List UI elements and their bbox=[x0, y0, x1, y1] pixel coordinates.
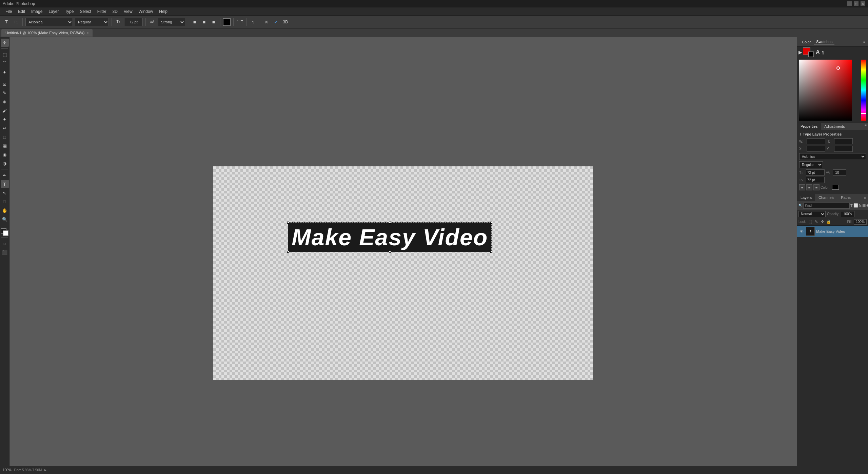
channels-tab[interactable]: Channels bbox=[815, 194, 837, 201]
handle-tl[interactable] bbox=[287, 222, 289, 224]
canvas-area[interactable]: Make Easy Video bbox=[9, 37, 797, 466]
lock-all-icon[interactable]: 🔒 bbox=[826, 220, 831, 224]
lock-image-icon[interactable]: ✎ bbox=[814, 220, 819, 224]
crop-tool[interactable]: ⊡ bbox=[1, 80, 9, 88]
maximize-button[interactable]: □ bbox=[854, 1, 859, 6]
align-left-props-btn[interactable]: ≡ bbox=[799, 184, 805, 190]
eraser-tool[interactable]: ◻ bbox=[1, 133, 9, 141]
align-left-button[interactable]: ■ bbox=[191, 18, 198, 26]
h-input[interactable] bbox=[834, 138, 853, 144]
marquee-tool[interactable]: ⬚ bbox=[1, 50, 9, 59]
background-color[interactable] bbox=[3, 230, 8, 236]
menu-3d[interactable]: 3D bbox=[110, 8, 120, 15]
text-layer-element[interactable]: Make Easy Video bbox=[288, 222, 492, 252]
align-right-button[interactable]: ■ bbox=[210, 18, 217, 26]
filter-by-pixel-btn[interactable]: ⬜ bbox=[853, 203, 858, 209]
font-size-input-props[interactable] bbox=[806, 169, 825, 176]
adjustments-tab[interactable]: Adjustments bbox=[821, 123, 848, 130]
hand-tool[interactable]: ✋ bbox=[1, 206, 9, 214]
layer-visibility-toggle[interactable]: 👁 bbox=[799, 229, 805, 234]
tab-close-button[interactable]: × bbox=[87, 31, 89, 35]
menu-select[interactable]: Select bbox=[77, 8, 94, 15]
properties-collapse-btn[interactable]: ≡ bbox=[863, 123, 868, 130]
warp-text-button[interactable]: ⌒T bbox=[236, 18, 244, 26]
menu-filter[interactable]: Filter bbox=[95, 8, 109, 15]
canvas-text[interactable]: Make Easy Video bbox=[292, 224, 488, 250]
tracking-input[interactable] bbox=[833, 169, 846, 176]
blend-mode-select[interactable]: Normal bbox=[798, 211, 826, 217]
menu-type[interactable]: Type bbox=[62, 8, 76, 15]
clone-stamp-tool[interactable]: ✦ bbox=[1, 115, 9, 123]
font-style-select[interactable]: Regular bbox=[75, 18, 109, 26]
screen-mode[interactable]: ⬛ bbox=[1, 248, 9, 256]
blur-tool[interactable]: ◉ bbox=[1, 150, 9, 159]
font-family-select[interactable]: Aclonica bbox=[25, 18, 73, 26]
status-arrow[interactable]: ▶ bbox=[44, 469, 46, 472]
menu-file[interactable]: File bbox=[3, 8, 15, 15]
align-center-button[interactable]: ■ bbox=[200, 18, 208, 26]
menu-layer[interactable]: Layer bbox=[46, 8, 61, 15]
swatches-tab[interactable]: Swatches bbox=[814, 40, 834, 44]
menu-edit[interactable]: Edit bbox=[15, 8, 28, 15]
handle-tc[interactable] bbox=[389, 222, 391, 224]
eyedropper-tool[interactable]: ✎ bbox=[1, 89, 9, 97]
commit-button[interactable]: ✓ bbox=[272, 18, 280, 26]
filter-toggle-btn[interactable]: ◉ bbox=[866, 203, 868, 209]
y-input[interactable] bbox=[834, 146, 853, 152]
color-brightness-gradient[interactable] bbox=[799, 60, 852, 121]
properties-font-family[interactable]: Aclonica bbox=[799, 153, 866, 160]
cancel-button[interactable]: ✕ bbox=[263, 18, 270, 26]
opacity-input[interactable] bbox=[841, 211, 854, 217]
close-button[interactable]: × bbox=[861, 1, 865, 6]
text-orientation-icon[interactable]: T↕ bbox=[12, 18, 20, 26]
handle-tr[interactable] bbox=[490, 222, 492, 224]
text-tool[interactable]: T bbox=[1, 180, 9, 188]
paths-tab[interactable]: Paths bbox=[838, 194, 854, 201]
color-panel-collapse[interactable]: ≡ bbox=[863, 40, 865, 44]
3d-mode-button[interactable]: 3D bbox=[282, 18, 289, 26]
document-tab[interactable]: Untitled-1 @ 100% (Make Easy Video, RGB/… bbox=[1, 29, 93, 37]
canvas-background[interactable]: Make Easy Video bbox=[213, 166, 593, 380]
anti-alias-select[interactable]: Strong bbox=[158, 18, 185, 26]
handle-bc[interactable] bbox=[389, 251, 391, 253]
color-play-icon[interactable]: ▶ bbox=[798, 49, 802, 55]
leading-input[interactable] bbox=[806, 177, 825, 183]
handle-bl[interactable] bbox=[287, 251, 289, 253]
color-saturation-gradient[interactable] bbox=[799, 60, 852, 121]
layer-item[interactable]: 👁 T Make Easy Video bbox=[797, 226, 868, 237]
menu-image[interactable]: Image bbox=[28, 8, 45, 15]
lasso-tool[interactable]: ⌒ bbox=[1, 59, 9, 67]
menu-view[interactable]: View bbox=[121, 8, 135, 15]
toggle-char-para-button[interactable]: ¶ bbox=[250, 18, 257, 26]
filter-by-mode-btn[interactable]: ▦ bbox=[862, 203, 866, 209]
zoom-tool[interactable]: 🔍 bbox=[1, 215, 9, 223]
layers-collapse-btn[interactable]: ≡ bbox=[862, 196, 868, 200]
layers-tab[interactable]: Layers bbox=[797, 194, 815, 201]
quick-select-tool[interactable]: ✦ bbox=[1, 68, 9, 76]
quick-mask-mode[interactable]: ○ bbox=[1, 240, 9, 248]
brush-tool[interactable]: 🖌 bbox=[1, 106, 9, 115]
path-select-tool[interactable]: ↖ bbox=[1, 189, 9, 197]
layers-search-input[interactable] bbox=[803, 203, 850, 209]
lock-transparent-icon[interactable]: ⬚ bbox=[808, 220, 813, 224]
align-right-props-btn[interactable]: ≡ bbox=[813, 184, 820, 190]
properties-font-style[interactable]: Regular bbox=[799, 161, 823, 168]
shape-tool[interactable]: □ bbox=[1, 198, 9, 206]
x-input[interactable] bbox=[807, 146, 825, 152]
filter-by-fx-btn[interactable]: fx bbox=[859, 203, 862, 209]
color-background-swatch[interactable] bbox=[808, 51, 814, 57]
color-tab[interactable]: Color bbox=[800, 40, 813, 44]
dodge-tool[interactable]: ◑ bbox=[1, 159, 9, 167]
fill-input[interactable] bbox=[854, 219, 867, 225]
text-color-swatch-props[interactable] bbox=[832, 185, 839, 190]
gradient-tool[interactable]: ▦ bbox=[1, 142, 9, 150]
minimize-button[interactable]: ─ bbox=[847, 1, 852, 6]
move-tool[interactable]: ✛ bbox=[1, 39, 9, 47]
w-input[interactable] bbox=[807, 138, 825, 144]
healing-brush-tool[interactable]: ⊕ bbox=[1, 98, 9, 106]
menu-window[interactable]: Window bbox=[136, 8, 156, 15]
properties-tab[interactable]: Properties bbox=[797, 123, 821, 130]
menu-help[interactable]: Help bbox=[156, 8, 170, 15]
text-color-swatch[interactable] bbox=[223, 18, 231, 26]
hue-slider[interactable] bbox=[861, 60, 866, 121]
